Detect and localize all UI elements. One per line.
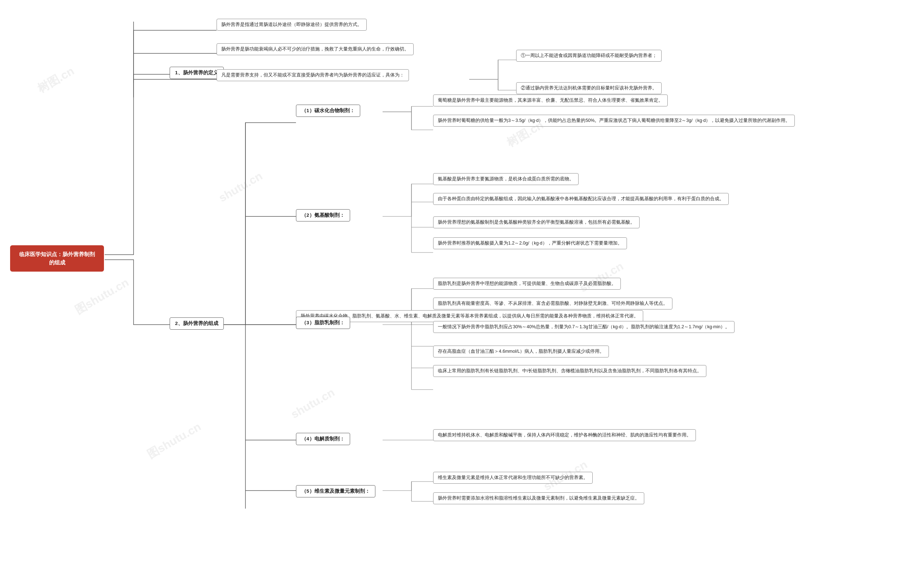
sub3-leaf5: 临床上常用的脂肪乳剂有长链脂肪乳剂、中/长链脂肪乳剂、含橄榄油脂肪乳剂以及含鱼油… <box>433 365 706 377</box>
sub1-node: （1）碳水化合物制剂： <box>296 105 360 117</box>
sub3-node: （3）脂肪乳制剂： <box>296 317 350 329</box>
sub5-leaf1: 维生素及微量元素是维持人体正常代谢和生理功能所不可缺少的营养素。 <box>433 472 593 484</box>
sub3-leaf4: 存在高脂血症（血甘油三酯＞4.6mmol/L）病人，脂肪乳剂摄人量应减少或停用。 <box>433 346 609 358</box>
sub2-leaf1: 氨基酸是肠外营养主要氮源物质，是机体合成蛋白质所需的底物。 <box>433 173 579 185</box>
sub5-leaf2: 肠外营养时需要添加水溶性和脂溶性维生素以及微量元素制剂，以避免维生素及微量元素缺… <box>433 492 644 504</box>
sub4-node: （4）电解质制剂： <box>296 433 350 445</box>
sub2-node: （2）氨基酸制剂： <box>296 209 350 221</box>
branch1-subleaf1: ①一周以上不能进食或因胃肠道功能障碍或不能耐受肠内营养者； <box>516 50 662 62</box>
root-node: 临床医学知识点：肠外营养制剂的组成 <box>10 245 104 272</box>
branch1-node: 1、肠外营养的定义 <box>170 67 224 79</box>
sub2-leaf2: 由于各种蛋白质由特定的氨基酸组成，因此输入的氨基酸液中各种氨基酸配比应该合理，才… <box>433 193 729 205</box>
sub2-leaf4: 肠外营养时推荐的氨基酸摄入量为1.2～2.0g/（kg·d），严重分解代谢状态下… <box>433 237 627 249</box>
branch2-node: 2、肠外营养的组成 <box>170 318 224 330</box>
sub3-leaf3: 一般情况下肠外营养中脂肪乳剂应占30%～40%总热量，剂量为0.7～1.3g甘油… <box>433 321 735 333</box>
branch1-leaf1: 肠外营养是指通过胃肠道以外途径（即静脉途径）提供营养的方式。 <box>217 19 367 31</box>
sub5-node: （5）维生素及微量元素制剂： <box>296 485 375 497</box>
branch1-leaf3: 凡是需要营养支持，但又不能或不宜直接受肠内营养者均为肠外营养的适应证，具体为： <box>217 69 409 81</box>
mindmap-container: 临床医学知识点：肠外营养制剂的组成 1、肠外营养的定义 肠外营养是指通过胃肠道以… <box>0 0 924 571</box>
sub1-leaf2: 肠外营养时葡萄糖的供给量一般为3～3.5g/（kg·d），供能约占总热量的50%… <box>433 115 795 127</box>
sub4-leaf1: 电解质对维持机体水、电解质和酸碱平衡，保持人体内环境稳定，维护各种酶的活性和神经… <box>433 429 696 441</box>
sub3-leaf1: 脂肪乳剂是肠外营养中理想的能源物质，可提供能量、生物合成碳原子及必需脂肪酸。 <box>433 278 621 290</box>
sub3-leaf2: 脂肪乳剂具有能量密度高、等渗、不从尿排泄、富含必需脂肪酸、对静脉壁无刺激、可经外… <box>433 298 672 310</box>
branch1-subleaf2: ②通过肠内营养无法达到机体需要的目标量时应该补充肠外营养。 <box>516 82 662 94</box>
branch1-leaf2: 肠外营养是肠功能衰竭病人必不可少的治疗措施，挽救了大量危重病人的生命，疗效确切。 <box>217 43 414 55</box>
sub2-leaf3: 肠外营养理想的氨基酸制剂是含氨基酸种类较齐全的平衡型氨基酸溶液，包括所有必需氨基… <box>433 216 639 228</box>
sub1-leaf1: 葡萄糖是肠外营养中最主要能源物质，其来源丰富、价廉、无配伍禁忌、符合人体生理要求… <box>433 94 668 106</box>
